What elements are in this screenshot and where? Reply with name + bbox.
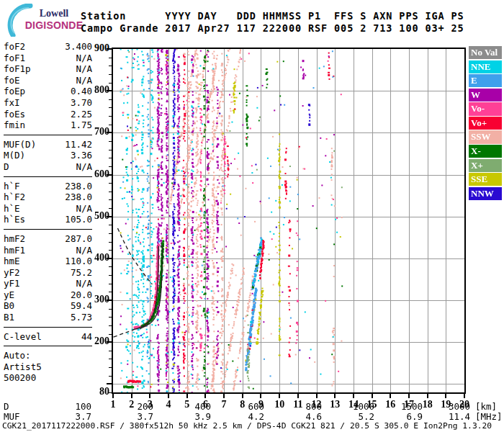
legend-item-x+: X+ bbox=[469, 159, 502, 172]
muf-table-cell: 3.9 bbox=[161, 411, 211, 422]
y-minor-tick bbox=[109, 199, 112, 200]
x-major-tick bbox=[242, 394, 243, 398]
scaled-parameters-panel: foF23.400foF1N/AfoF1pN/AfoEN/AfoEp0.40fx… bbox=[4, 41, 92, 384]
muf-table-row: D100200400600800100015003000[km] bbox=[0, 401, 504, 411]
y-minor-tick bbox=[109, 359, 112, 359]
param-row: yE20.0 bbox=[4, 289, 92, 301]
param-value: 3.70 bbox=[71, 97, 92, 109]
y-minor-tick bbox=[109, 225, 112, 225]
y-minor-tick bbox=[109, 325, 112, 326]
x-major-tick bbox=[223, 394, 225, 398]
muf-table-cell: 200 bbox=[103, 401, 153, 412]
param-row: MUF(D)11.42 bbox=[4, 139, 92, 150]
muf-table-cell: 600 bbox=[214, 401, 264, 412]
param-value: 238.0 bbox=[65, 192, 92, 203]
param-label: yF2 bbox=[4, 267, 20, 279]
param-value: N/A bbox=[76, 63, 92, 75]
param-row: fmin1.75 bbox=[4, 120, 92, 131]
param-row: yF1N/A bbox=[4, 278, 92, 289]
x-major-tick bbox=[316, 394, 318, 398]
param-label: MUF(D) bbox=[4, 139, 36, 150]
param-row: hmE110.0 bbox=[4, 256, 92, 267]
y-major-tick bbox=[107, 48, 112, 50]
x-major-tick bbox=[297, 394, 299, 398]
y-minor-tick bbox=[109, 233, 112, 234]
param-label: M(D) bbox=[4, 150, 25, 161]
param-value: 75.2 bbox=[71, 267, 92, 279]
muf-table-cell: 3.7 bbox=[41, 411, 91, 422]
param-row: C-level44 bbox=[4, 331, 92, 343]
y-minor-tick bbox=[109, 367, 112, 368]
muf-table-cell: 400 bbox=[161, 401, 211, 412]
y-minor-tick bbox=[109, 242, 112, 243]
param-value: 238.0 bbox=[65, 181, 92, 192]
param-label: h`F bbox=[4, 181, 20, 192]
param-label: C-level bbox=[4, 331, 42, 343]
muf-table-cell: 3000 bbox=[420, 401, 470, 412]
y-minor-tick bbox=[109, 150, 112, 150]
divider bbox=[4, 229, 92, 230]
y-minor-tick bbox=[109, 208, 112, 209]
legend-item-w: W bbox=[469, 89, 502, 102]
param-row: yF275.2 bbox=[4, 267, 92, 279]
y-minor-tick bbox=[109, 284, 112, 284]
y-major-tick bbox=[107, 300, 112, 301]
divider bbox=[4, 176, 92, 177]
y-minor-tick bbox=[109, 275, 112, 276]
param-label: foEs bbox=[4, 109, 25, 120]
param-row: B15.73 bbox=[4, 312, 92, 323]
logo-lowell-text: Lowell bbox=[28, 8, 80, 19]
param-label: foEp bbox=[4, 86, 25, 97]
station-header: Station YYYY DAY DDD HHMMSS P1 FFS S AXN… bbox=[81, 10, 464, 35]
param-row: h`F2238.0 bbox=[4, 192, 92, 203]
legend-item-vo+: Vo+ bbox=[469, 117, 502, 130]
y-major-tick bbox=[107, 383, 112, 384]
param-label: hmF2 bbox=[4, 233, 25, 245]
param-label: foF2 bbox=[4, 41, 25, 53]
file-info-footer: CGK21_2017117222000.RSF / 380fx512h 50 k… bbox=[2, 421, 492, 431]
logo-digisonde-text: DIGISONDE bbox=[22, 19, 86, 31]
lowell-digisonde-logo: Lowell DIGISONDE bbox=[4, 4, 84, 37]
y-minor-tick bbox=[109, 292, 112, 292]
muf-row-label: D bbox=[4, 401, 9, 412]
param-row: h`F238.0 bbox=[4, 181, 92, 192]
muf-row-label: MUF bbox=[4, 411, 20, 422]
y-axis-tick-label: 80 bbox=[86, 386, 109, 397]
x-major-tick bbox=[390, 394, 391, 398]
x-major-tick bbox=[353, 394, 354, 398]
param-label: h`F2 bbox=[4, 192, 25, 203]
y-minor-tick bbox=[109, 166, 112, 167]
x-major-tick bbox=[279, 394, 280, 398]
y-minor-tick bbox=[109, 99, 112, 100]
x-major-tick bbox=[149, 394, 150, 398]
doppler-direction-legend: No ValNNEEWVo-Vo+SSWX-X+SSENNW bbox=[469, 46, 502, 201]
param-value: 5.73 bbox=[71, 312, 92, 323]
legend-item-nnw: NNW bbox=[469, 187, 502, 200]
y-minor-tick bbox=[109, 107, 112, 108]
y-minor-tick bbox=[109, 158, 112, 158]
param-row: foEp0.40 bbox=[4, 86, 92, 97]
param-label: hmE bbox=[4, 256, 20, 267]
y-major-tick bbox=[107, 132, 112, 133]
y-minor-tick bbox=[109, 250, 112, 251]
param-label: yF1 bbox=[4, 278, 20, 289]
param-row: M(D)3.36 bbox=[4, 150, 92, 161]
legend-item-nne: NNE bbox=[469, 60, 502, 73]
param-label: foF1 bbox=[4, 53, 25, 64]
y-major-tick bbox=[107, 90, 112, 91]
param-label: D bbox=[4, 161, 9, 173]
y-minor-tick bbox=[109, 116, 112, 117]
param-row: fxI3.70 bbox=[4, 97, 92, 109]
legend-item-x-: X- bbox=[469, 145, 502, 158]
param-value: N/A bbox=[76, 278, 92, 289]
muf-table-cell: 11.4 bbox=[420, 411, 470, 422]
param-label: h`Es bbox=[4, 214, 25, 225]
muf-row-unit: [km] bbox=[475, 401, 497, 412]
y-minor-tick bbox=[109, 141, 112, 142]
autoscaling-info-line: 500200 bbox=[4, 372, 92, 384]
y-minor-tick bbox=[109, 317, 112, 318]
param-label: fxI bbox=[4, 97, 20, 109]
muf-table-row: MUF3.73.73.94.24.65.26.911.4[MHz] bbox=[0, 411, 504, 421]
legend-item-sse: SSE bbox=[469, 173, 502, 186]
header-line1: Station YYYY DAY DDD HHMMSS P1 FFS S AXN… bbox=[81, 10, 464, 22]
